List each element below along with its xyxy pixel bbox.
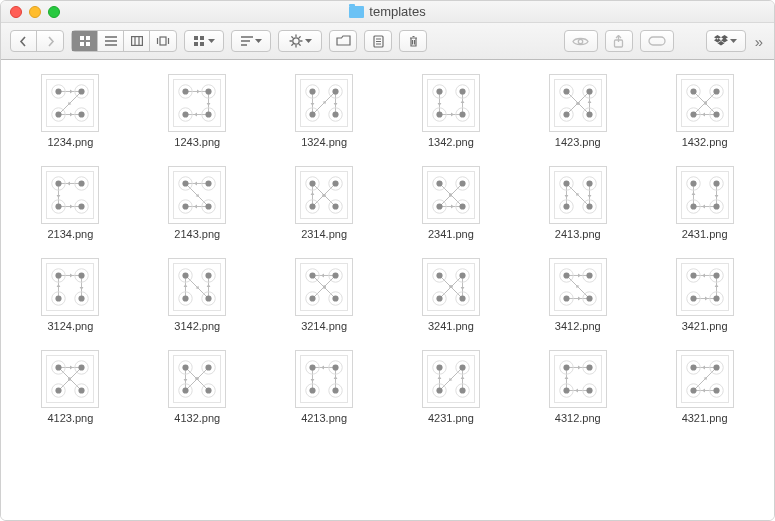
file-grid-area[interactable]: 1234.png 1243.png 1324.png 1342.png 1423… — [1, 60, 774, 521]
new-folder-button[interactable] — [329, 30, 357, 52]
file-item[interactable]: 2314.png — [289, 166, 359, 240]
svg-point-122 — [206, 180, 212, 186]
svg-point-192 — [206, 295, 212, 301]
file-thumbnail — [41, 166, 99, 224]
file-name: 2134.png — [47, 228, 93, 240]
svg-point-208 — [436, 272, 442, 278]
svg-point-148 — [459, 203, 465, 209]
file-item[interactable]: 2134.png — [35, 166, 105, 240]
svg-point-179 — [56, 295, 62, 301]
file-item[interactable]: 2143.png — [162, 166, 232, 240]
file-thumbnail — [168, 74, 226, 132]
svg-point-265 — [333, 364, 339, 370]
svg-point-287 — [586, 364, 592, 370]
file-item[interactable]: 2413.png — [543, 166, 613, 240]
icon-view-button[interactable] — [72, 31, 98, 51]
file-item[interactable]: 2341.png — [416, 166, 486, 240]
file-item[interactable]: 1324.png — [289, 74, 359, 148]
svg-rect-2 — [80, 42, 84, 46]
svg-point-91 — [563, 111, 569, 117]
file-item[interactable]: 3124.png — [35, 258, 105, 332]
svg-point-197 — [309, 272, 315, 278]
file-thumbnail — [295, 258, 353, 316]
share-button[interactable] — [605, 30, 633, 52]
svg-point-274 — [436, 364, 442, 370]
tags-button[interactable] — [640, 30, 674, 52]
file-thumbnail — [549, 350, 607, 408]
coverflow-view-button[interactable] — [150, 31, 176, 51]
forward-button[interactable] — [37, 31, 63, 51]
trash-button[interactable] — [399, 30, 427, 52]
file-thumbnail — [295, 166, 353, 224]
file-item[interactable]: 4213.png — [289, 350, 359, 424]
dropbox-dropdown[interactable] — [706, 30, 746, 52]
file-item[interactable]: 1234.png — [35, 74, 105, 148]
close-icon[interactable] — [10, 6, 22, 18]
file-thumbnail — [168, 166, 226, 224]
file-item[interactable]: 4132.png — [162, 350, 232, 424]
file-item[interactable]: 3142.png — [162, 258, 232, 332]
overflow-icon[interactable]: » — [753, 33, 765, 50]
window-title: templates — [1, 4, 774, 19]
svg-point-177 — [79, 272, 85, 278]
minimize-icon[interactable] — [29, 6, 41, 18]
svg-point-289 — [563, 387, 569, 393]
file-item[interactable]: 4312.png — [543, 350, 613, 424]
group-dropdown[interactable] — [231, 30, 271, 52]
svg-point-263 — [309, 364, 315, 370]
svg-point-199 — [333, 272, 339, 278]
back-button[interactable] — [11, 31, 37, 51]
file-item[interactable]: 1342.png — [416, 74, 486, 148]
svg-point-252 — [183, 364, 189, 370]
svg-point-243 — [79, 364, 85, 370]
file-thumbnail — [676, 258, 734, 316]
file-thumbnail — [41, 258, 99, 316]
svg-point-285 — [563, 364, 569, 370]
get-info-button[interactable] — [364, 30, 392, 52]
list-view-button[interactable] — [98, 31, 124, 51]
svg-point-135 — [309, 203, 315, 209]
svg-point-258 — [206, 387, 212, 393]
file-name: 3124.png — [47, 320, 93, 332]
svg-point-186 — [183, 272, 189, 278]
file-item[interactable]: 3412.png — [543, 258, 613, 332]
svg-point-87 — [563, 88, 569, 94]
svg-point-67 — [333, 88, 339, 94]
file-thumbnail — [422, 74, 480, 132]
svg-point-80 — [436, 111, 442, 117]
svg-point-164 — [690, 180, 696, 186]
column-view-button[interactable] — [124, 31, 150, 51]
file-item[interactable]: 1432.png — [670, 74, 740, 148]
toolbar: » — [1, 23, 774, 60]
file-item[interactable]: 1243.png — [162, 74, 232, 148]
quicklook-button[interactable] — [564, 30, 598, 52]
svg-point-65 — [309, 88, 315, 94]
svg-point-214 — [459, 295, 465, 301]
file-thumbnail — [41, 350, 99, 408]
svg-point-267 — [309, 387, 315, 393]
arrange-dropdown[interactable] — [184, 30, 224, 52]
file-item[interactable]: 3214.png — [289, 258, 359, 332]
folder-icon — [349, 6, 364, 18]
file-thumbnail — [549, 166, 607, 224]
file-name: 1432.png — [682, 136, 728, 148]
file-item[interactable]: 4231.png — [416, 350, 486, 424]
file-thumbnail — [422, 166, 480, 224]
action-dropdown[interactable] — [278, 30, 322, 52]
file-item[interactable]: 3241.png — [416, 258, 486, 332]
file-name: 3214.png — [301, 320, 347, 332]
svg-point-241 — [56, 364, 62, 370]
maximize-icon[interactable] — [48, 6, 60, 18]
svg-point-247 — [79, 387, 85, 393]
file-name: 1423.png — [555, 136, 601, 148]
file-item[interactable]: 1423.png — [543, 74, 613, 148]
svg-point-146 — [436, 203, 442, 209]
svg-point-166 — [713, 180, 719, 186]
svg-point-175 — [56, 272, 62, 278]
svg-point-111 — [79, 180, 85, 186]
file-item[interactable]: 4321.png — [670, 350, 740, 424]
file-item[interactable]: 4123.png — [35, 350, 105, 424]
file-item[interactable]: 2431.png — [670, 166, 740, 240]
svg-point-157 — [563, 203, 569, 209]
file-item[interactable]: 3421.png — [670, 258, 740, 332]
